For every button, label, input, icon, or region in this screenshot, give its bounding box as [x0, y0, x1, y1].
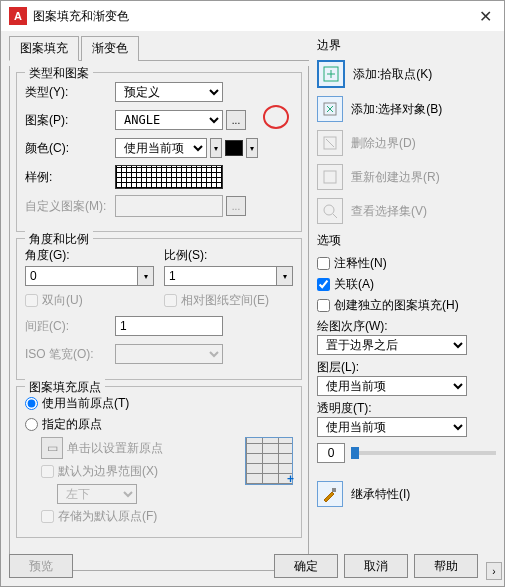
transparency-label: 透明度(T): — [317, 401, 372, 415]
iso-penwidth-label: ISO 笔宽(O): — [25, 346, 115, 363]
origin-preview — [245, 437, 293, 485]
add-pick-point-icon[interactable] — [317, 60, 345, 88]
svg-point-9 — [324, 205, 334, 215]
pattern-browse-button[interactable]: ... — [226, 110, 246, 130]
recreate-boundary-icon — [317, 164, 343, 190]
pattern-label: 图案(P): — [25, 112, 115, 129]
inherit-props-icon[interactable] — [317, 481, 343, 507]
draw-order-select[interactable]: 置于边界之后 — [317, 335, 467, 355]
rel-paper-label: 相对图纸空间(E) — [181, 292, 269, 309]
group-angle-title: 角度和比例 — [25, 231, 93, 248]
origin-current-radio[interactable] — [25, 397, 38, 410]
group-origin-title: 图案填充原点 — [25, 379, 105, 396]
window-title: 图案填充和渐变色 — [33, 8, 475, 25]
transparency-slider[interactable] — [351, 451, 496, 455]
draw-order-label: 绘图次序(W): — [317, 319, 388, 333]
boundaries-title: 边界 — [317, 37, 496, 54]
default-extent-check — [41, 465, 54, 478]
origin-current-label: 使用当前原点(T) — [42, 395, 129, 412]
swatch-expand-icon[interactable]: ▾ — [246, 138, 258, 158]
store-default-check — [41, 510, 54, 523]
recreate-boundary-label: 重新创建边界(R) — [351, 169, 440, 186]
default-extent-label: 默认为边界范围(X) — [58, 463, 158, 480]
set-origin-icon: ▭ — [41, 437, 63, 459]
preview-button: 预览 — [9, 554, 73, 578]
color-swatch[interactable] — [225, 140, 243, 156]
group-origin: 图案填充原点 使用当前原点(T) 指定的原点 ▭ 单击以设置新原点 — [16, 386, 302, 538]
layer-label: 图层(L): — [317, 360, 359, 374]
title-bar: A 图案填充和渐变色 ✕ — [1, 1, 504, 31]
origin-specify-label: 指定的原点 — [42, 416, 102, 433]
click-set-origin-label: 单击以设置新原点 — [67, 440, 163, 457]
two-way-check — [25, 294, 38, 307]
sample-preview[interactable] — [115, 165, 223, 189]
iso-penwidth-select — [115, 344, 223, 364]
custom-pattern-browse: ... — [226, 196, 246, 216]
tab-strip: 图案填充 渐变色 — [9, 35, 309, 61]
transparency-num[interactable] — [317, 443, 345, 463]
svg-rect-8 — [324, 171, 336, 183]
annotative-check[interactable] — [317, 257, 330, 270]
angle-label: 角度(G): — [25, 247, 154, 264]
add-select-object-icon[interactable] — [317, 96, 343, 122]
svg-line-10 — [333, 214, 337, 218]
pattern-select[interactable]: ANGLE — [115, 110, 223, 130]
cancel-button[interactable]: 取消 — [344, 554, 408, 578]
rel-paper-check — [164, 294, 177, 307]
close-icon[interactable]: ✕ — [475, 7, 496, 26]
color-select[interactable]: 使用当前项 — [115, 138, 207, 158]
tab-panel-hatch: 类型和图案 类型(Y): 预定义 图案(P): A — [9, 66, 309, 571]
angle-input[interactable] — [25, 266, 138, 286]
type-label: 类型(Y): — [25, 84, 115, 101]
separate-label: 创建独立的图案填充(H) — [334, 297, 459, 314]
transparency-select[interactable]: 使用当前项 — [317, 417, 467, 437]
inherit-props-label: 继承特性(I) — [351, 486, 410, 503]
corner-select: 左下 — [57, 484, 137, 504]
app-icon: A — [9, 7, 27, 25]
tab-hatch[interactable]: 图案填充 — [9, 36, 79, 61]
associative-check[interactable] — [317, 278, 330, 291]
scale-drop-icon[interactable]: ▾ — [277, 266, 293, 286]
button-bar: 预览 确定 取消 帮助 — [9, 554, 496, 578]
spacing-label: 间距(C): — [25, 318, 115, 335]
scale-label: 比例(S): — [164, 247, 293, 264]
separate-check[interactable] — [317, 299, 330, 312]
layer-select[interactable]: 使用当前项 — [317, 376, 467, 396]
svg-line-7 — [326, 139, 334, 147]
ok-button[interactable]: 确定 — [274, 554, 338, 578]
group-angle-scale: 角度和比例 角度(G): ▾ 比例(S): — [16, 238, 302, 380]
custom-pattern-label: 自定义图案(M): — [25, 198, 115, 215]
add-pick-point-label: 添加:拾取点(K) — [353, 66, 432, 83]
spacing-input — [115, 316, 223, 336]
remove-boundary-label: 删除边界(D) — [351, 135, 416, 152]
origin-specify-radio[interactable] — [25, 418, 38, 431]
type-select[interactable]: 预定义 — [115, 82, 223, 102]
group-type-title: 类型和图案 — [25, 65, 93, 82]
custom-pattern-select — [115, 195, 223, 217]
color-expand-icon[interactable]: ▾ — [210, 138, 222, 158]
options-title: 选项 — [317, 232, 496, 249]
store-default-label: 存储为默认原点(F) — [58, 508, 157, 525]
help-button[interactable]: 帮助 — [414, 554, 478, 578]
angle-drop-icon[interactable]: ▾ — [138, 266, 154, 286]
tab-gradient[interactable]: 渐变色 — [81, 36, 139, 61]
svg-rect-11 — [332, 488, 336, 492]
color-label: 颜色(C): — [25, 140, 115, 157]
sample-label: 样例: — [25, 169, 115, 186]
associative-label: 关联(A) — [334, 276, 374, 293]
remove-boundary-icon — [317, 130, 343, 156]
two-way-label: 双向(U) — [42, 292, 83, 309]
add-select-object-label: 添加:选择对象(B) — [351, 101, 442, 118]
slider-thumb-icon[interactable] — [351, 447, 359, 459]
group-type-pattern: 类型和图案 类型(Y): 预定义 图案(P): A — [16, 72, 302, 232]
view-selection-icon — [317, 198, 343, 224]
scale-input[interactable] — [164, 266, 277, 286]
scale-combo[interactable]: ▾ — [164, 266, 293, 286]
annotative-label: 注释性(N) — [334, 255, 387, 272]
angle-combo[interactable]: ▾ — [25, 266, 154, 286]
view-selection-label: 查看选择集(V) — [351, 203, 427, 220]
